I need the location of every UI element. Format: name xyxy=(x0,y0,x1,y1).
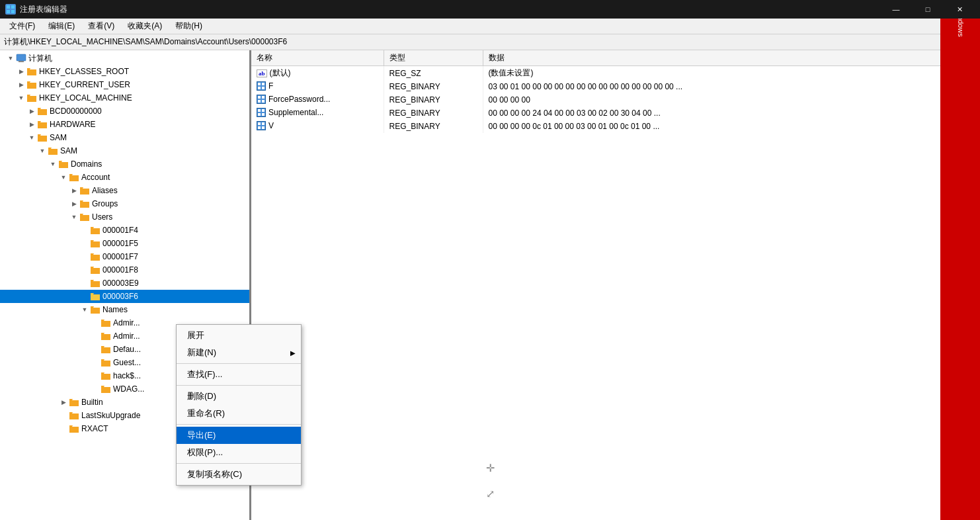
expand-icon[interactable] xyxy=(26,119,37,130)
expand-icon[interactable] xyxy=(37,146,48,156)
tree-item-sam2[interactable]: SAM xyxy=(0,144,249,157)
tree-label: Domains xyxy=(71,159,102,169)
tree-item-hardware[interactable]: HARDWARE xyxy=(0,118,249,131)
tree-item-computer[interactable]: 计算机 xyxy=(0,52,249,65)
expand-icon[interactable] xyxy=(69,198,79,209)
svg-rect-4 xyxy=(17,54,26,61)
expand-icon[interactable] xyxy=(26,132,37,143)
tree-item-u1f4[interactable]: 000001F4 xyxy=(0,224,249,237)
tree-item-u3e9[interactable]: 000003E9 xyxy=(0,277,249,290)
context-menu-item[interactable]: 展开 xyxy=(177,327,301,344)
folder-icon xyxy=(90,265,101,275)
app-icon xyxy=(5,4,16,15)
tree-label: Guest... xyxy=(113,358,141,367)
context-menu-item[interactable]: 重命名(R) xyxy=(177,405,301,422)
svg-rect-7 xyxy=(262,83,265,85)
context-menu-item[interactable]: 权限(P)... xyxy=(177,444,301,461)
tree-label: Groups xyxy=(92,199,118,208)
menu-help[interactable]: 帮助(H) xyxy=(169,19,209,33)
expand-icon[interactable] xyxy=(16,66,26,77)
expand-icon[interactable] xyxy=(16,93,26,103)
folder-icon xyxy=(90,225,101,236)
reg-name-cell: F xyxy=(251,80,384,93)
table-row[interactable]: ForcePassword...REG_BINARY00 00 00 00 xyxy=(251,93,980,107)
expand-icon[interactable] xyxy=(26,106,37,116)
tree-label: 计算机 xyxy=(28,53,52,64)
tree-label: 000001F7 xyxy=(102,252,138,261)
tree-item-hkcu[interactable]: HKEY_CURRENT_USER xyxy=(0,78,249,91)
expand-icon[interactable] xyxy=(58,397,69,408)
folder-icon xyxy=(101,318,111,328)
tree-item-groups[interactable]: Groups xyxy=(0,197,249,210)
expand-icon[interactable] xyxy=(69,185,79,196)
table-row[interactable]: FREG_BINARY03 00 01 00 00 00 00 00 00 00… xyxy=(251,80,980,93)
close-button[interactable]: ✕ xyxy=(944,0,975,19)
table-row[interactable]: VREG_BINARY00 00 00 00 0c 01 00 00 03 00… xyxy=(251,120,980,133)
folder-icon xyxy=(69,172,79,183)
expand-icon[interactable] xyxy=(79,304,90,315)
folder-icon xyxy=(90,291,101,302)
tree-item-sam[interactable]: SAM xyxy=(0,131,249,144)
expand-icon[interactable] xyxy=(48,159,58,169)
svg-rect-13 xyxy=(262,100,265,103)
context-menu-separator xyxy=(177,463,301,464)
folder-icon xyxy=(90,251,101,262)
menu-file[interactable]: 文件(F) xyxy=(3,19,42,33)
expand-icon[interactable] xyxy=(5,53,16,64)
reg-type-cell: REG_BINARY xyxy=(384,107,483,120)
expand-icon[interactable] xyxy=(58,172,69,183)
context-menu-separator xyxy=(177,363,301,364)
resize-icon: ⤢ xyxy=(486,488,495,500)
menu-view[interactable]: 查看(V) xyxy=(81,19,121,33)
move-icon: ✛ xyxy=(486,462,495,474)
expand-icon[interactable] xyxy=(16,79,26,90)
context-menu-item[interactable]: 新建(N) xyxy=(177,344,301,361)
table-row[interactable]: ab (默认)REG_SZ(数值未设置) xyxy=(251,66,980,81)
right-accent: 激活 Windows xyxy=(940,0,980,520)
tree-item-names[interactable]: Names xyxy=(0,303,249,316)
folder-icon xyxy=(69,423,79,434)
svg-rect-0 xyxy=(7,5,10,9)
tree-label: SAM xyxy=(60,146,77,155)
tree-item-u1f8[interactable]: 000001F8 xyxy=(0,263,249,277)
tree-item-u1f7[interactable]: 000001F7 xyxy=(0,250,249,263)
tree-label: 000001F5 xyxy=(102,239,138,248)
expand-icon[interactable] xyxy=(69,212,79,222)
tree-item-users[interactable]: Users xyxy=(0,210,249,224)
tree-item-bcd[interactable]: BCD00000000 xyxy=(0,105,249,118)
col-type[interactable]: 类型 xyxy=(384,50,483,66)
context-menu-item[interactable]: 查找(F)... xyxy=(177,366,301,383)
tree-label: Admir... xyxy=(113,331,140,341)
folder-icon xyxy=(101,370,111,381)
tree-item-hklm[interactable]: HKEY_LOCAL_MACHINE xyxy=(0,91,249,105)
menu-favorites[interactable]: 收藏夹(A) xyxy=(121,19,169,33)
tree-label: Users xyxy=(92,212,112,222)
menu-edit[interactable]: 编辑(E) xyxy=(42,19,81,33)
tree-item-aliases[interactable]: Aliases xyxy=(0,184,249,197)
folder-icon xyxy=(37,106,48,116)
tree-label: HKEY_CLASSES_ROOT xyxy=(39,67,129,76)
context-menu-item[interactable]: 导出(E) xyxy=(177,427,301,444)
col-data[interactable]: 数据 xyxy=(483,50,980,66)
tree-label: Names xyxy=(102,305,128,314)
tree-item-hkcr[interactable]: HKEY_CLASSES_ROOT xyxy=(0,65,249,78)
tree-label: WDAG... xyxy=(113,384,144,394)
context-menu-item[interactable]: 删除(D) xyxy=(177,388,301,405)
svg-rect-16 xyxy=(258,113,261,116)
tree-item-u3f6[interactable]: 000003F6 xyxy=(0,290,249,303)
maximize-button[interactable]: □ xyxy=(913,0,943,19)
context-menu-separator xyxy=(177,385,301,386)
minimize-button[interactable]: — xyxy=(881,0,911,19)
reg-name-cell: ab (默认) xyxy=(251,66,384,81)
tree-item-account[interactable]: Account xyxy=(0,171,249,184)
context-menu-item[interactable]: 复制项名称(C) xyxy=(177,466,301,483)
tree-item-domains[interactable]: Domains xyxy=(0,157,249,171)
col-name[interactable]: 名称 xyxy=(251,50,384,66)
folder-icon xyxy=(101,344,111,355)
table-row[interactable]: Supplemental...REG_BINARY00 00 00 00 24 … xyxy=(251,107,980,120)
bin-icon xyxy=(257,121,266,130)
window-title: 注册表编辑器 xyxy=(20,4,67,15)
tree-item-u1f5[interactable]: 000001F5 xyxy=(0,237,249,250)
tree-label: hack$... xyxy=(113,371,141,380)
folder-icon xyxy=(101,384,111,394)
